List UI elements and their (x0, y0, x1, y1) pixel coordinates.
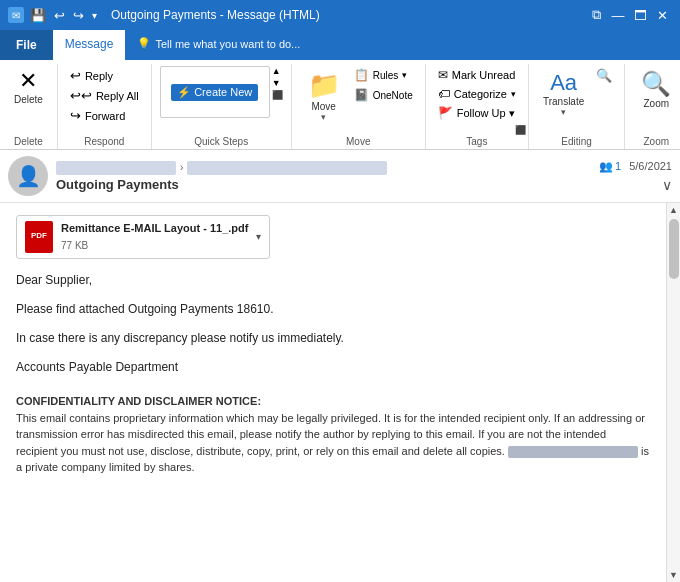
quick-steps-items: ⚡ Create New ▲ ▼ ⬛ (160, 66, 283, 147)
rules-button[interactable]: 📋 Rules ▾ (350, 66, 417, 84)
attachment-size: 77 KB (61, 238, 248, 254)
mark-unread-button[interactable]: ✉ Mark Unread (434, 66, 520, 84)
tab-message[interactable]: Message (53, 30, 126, 60)
menu-bar: File Message 💡 Tell me what you want to … (0, 30, 680, 60)
expand-email-btn[interactable]: ∨ (662, 177, 672, 193)
confidentiality-body: This email contains proprietary informat… (16, 410, 650, 476)
reply-all-icon: ↩↩ (70, 88, 92, 103)
lightbulb-icon: 💡 (137, 37, 151, 50)
email-greeting: Dear Supplier, (16, 271, 650, 290)
follow-up-button[interactable]: 🚩 Follow Up ▾ (434, 104, 519, 122)
email-body: PDF Remittance E-MAIL Layout - 11_.pdf 7… (0, 203, 666, 582)
close-btn[interactable]: ✕ (652, 5, 672, 25)
reply-button[interactable]: ↩ Reply (66, 66, 117, 85)
scroll-up-arrow[interactable]: ▲ (667, 203, 680, 217)
ribbon-group-delete: ✕ Delete Delete (0, 64, 58, 149)
person-icon: 👤 (16, 164, 41, 188)
editing-group-label: Editing (561, 136, 592, 147)
title-bar-left: ✉ 💾 ↩ ↪ ▾ Outgoing Payments - Message (H… (8, 7, 320, 23)
zoom-group-label: Zoom (643, 136, 669, 147)
tags-group-label: Tags (466, 136, 487, 147)
title-bar: ✉ 💾 ↩ ↪ ▾ Outgoing Payments - Message (H… (0, 0, 680, 30)
redacted-company-name (508, 446, 638, 458)
move-icon: 📁 (308, 70, 340, 101)
restore-down-btn[interactable]: ⧉ (586, 5, 606, 25)
onenote-button[interactable]: 📓 OneNote (350, 86, 417, 104)
onenote-icon: 📓 (354, 88, 369, 102)
forward-button[interactable]: ↪ Forward (66, 106, 129, 125)
window-controls: ⧉ — 🗖 ✕ (586, 5, 672, 25)
quick-steps-box[interactable]: ⚡ Create New (160, 66, 270, 118)
email-para2: In case there is any discrepancy please … (16, 329, 650, 348)
undo-icon[interactable]: ↩ (54, 8, 65, 23)
confidentiality-title: CONFIDENTIALITY AND DISCLAIMER NOTICE: (16, 393, 650, 410)
scroll-up-icon[interactable]: ▲ (272, 66, 283, 76)
recipient-address-redacted (187, 161, 387, 175)
create-new-button[interactable]: ⚡ Create New (171, 84, 258, 101)
attachment-item[interactable]: PDF Remittance E-MAIL Layout - 11_.pdf 7… (16, 215, 270, 259)
move-dropdown-icon: ▾ (321, 112, 326, 122)
add-icon: ⚡ (177, 86, 191, 99)
delete-button[interactable]: ✕ Delete (8, 66, 49, 109)
email-header: 👤 › Outgoing Payments 👥 1 5/6/2021 ∨ (0, 150, 680, 203)
tags-group-items: ✉ Mark Unread 🏷 Categorize ▾ 🚩 Follow Up… (434, 66, 520, 147)
attachment-info: Remittance E-MAIL Layout - 11_.pdf 77 KB (61, 220, 248, 254)
move-button[interactable]: 📁 Move ▾ (300, 66, 348, 126)
translate-button[interactable]: Aa Translate ▾ (537, 66, 590, 121)
search-icon-btn[interactable]: 🔍 (592, 66, 616, 85)
follow-up-icon: 🚩 (438, 106, 453, 120)
attachment-dropdown-icon[interactable]: ▾ (256, 229, 261, 245)
move-group-label: Move (346, 136, 370, 147)
tell-me-input[interactable]: 💡 Tell me what you want to do... (125, 30, 312, 60)
scrollbar[interactable]: ▲ ▼ (666, 203, 680, 582)
email-para3: Accounts Payable Department (16, 358, 650, 377)
move-small-btns: 📋 Rules ▾ 📓 OneNote (350, 66, 417, 120)
rules-icon: 📋 (354, 68, 369, 82)
scroll-down-arrow[interactable]: ▼ (667, 568, 680, 582)
sender-avatar: 👤 (8, 156, 48, 196)
scrollbar-thumb[interactable] (669, 219, 679, 279)
editing-small-btns: 🔍 (592, 66, 616, 101)
search-icon: 🔍 (596, 68, 612, 83)
email-meta: › Outgoing Payments (56, 161, 591, 192)
zoom-button[interactable]: 🔍 Zoom (633, 66, 679, 113)
categorize-dropdown-icon: ▾ (511, 89, 516, 99)
arrow-icon: › (180, 162, 183, 173)
app-icon: ✉ (8, 7, 24, 23)
editing-group-items: Aa Translate ▾ 🔍 (537, 66, 616, 147)
expand-icon[interactable]: ⬛ (272, 90, 283, 100)
delete-icon: ✕ (19, 70, 37, 92)
quick-steps-arrows: ▲ ▼ ⬛ (272, 66, 283, 116)
save-icon[interactable]: 💾 (30, 8, 46, 23)
file-menu[interactable]: File (0, 30, 53, 60)
ribbon: ✕ Delete Delete ↩ Reply ↩↩ Reply All ↪ F… (0, 60, 680, 150)
mark-unread-icon: ✉ (438, 68, 448, 82)
delete-group-items: ✕ Delete (8, 66, 49, 147)
redo-icon[interactable]: ↪ (73, 8, 84, 23)
email-header-right-top: 👥 1 5/6/2021 (599, 160, 672, 173)
delete-group-label: Delete (14, 136, 43, 147)
scroll-down-icon[interactable]: ▼ (272, 78, 283, 88)
sender-address-redacted (56, 161, 176, 175)
forward-icon: ↪ (70, 108, 81, 123)
email-para1: Please find attached Outgoing Payments 1… (16, 300, 650, 319)
main-content: 👤 › Outgoing Payments 👥 1 5/6/2021 ∨ (0, 150, 680, 582)
email-right: 👥 1 5/6/2021 ∨ (599, 160, 672, 193)
confidentiality-notice: CONFIDENTIALITY AND DISCLAIMER NOTICE: T… (16, 393, 650, 476)
ribbon-group-tags: ✉ Mark Unread 🏷 Categorize ▾ 🚩 Follow Up… (426, 64, 529, 149)
minimize-btn[interactable]: — (608, 5, 628, 25)
categorize-button[interactable]: 🏷 Categorize ▾ (434, 85, 520, 103)
ribbon-group-quick-steps: ⚡ Create New ▲ ▼ ⬛ Quick Steps (152, 64, 292, 149)
menu-tabs: Message 💡 Tell me what you want to do... (53, 30, 313, 60)
participants-button[interactable]: 👥 1 (599, 160, 621, 173)
tags-expand-icon[interactable]: ⬛ (515, 125, 526, 135)
maximize-btn[interactable]: 🗖 (630, 5, 650, 25)
more-qs-icon[interactable]: ▾ (92, 10, 97, 21)
email-body-wrapper: PDF Remittance E-MAIL Layout - 11_.pdf 7… (0, 203, 680, 582)
ribbon-group-respond: ↩ Reply ↩↩ Reply All ↪ Forward Respond (58, 64, 152, 149)
email-subject: Outgoing Payments (56, 177, 591, 192)
reply-all-button[interactable]: ↩↩ Reply All (66, 86, 143, 105)
email-from-row: › (56, 161, 591, 175)
ribbon-group-editing: Aa Translate ▾ 🔍 Editing (529, 64, 625, 149)
title-bar-title: Outgoing Payments - Message (HTML) (111, 8, 320, 22)
